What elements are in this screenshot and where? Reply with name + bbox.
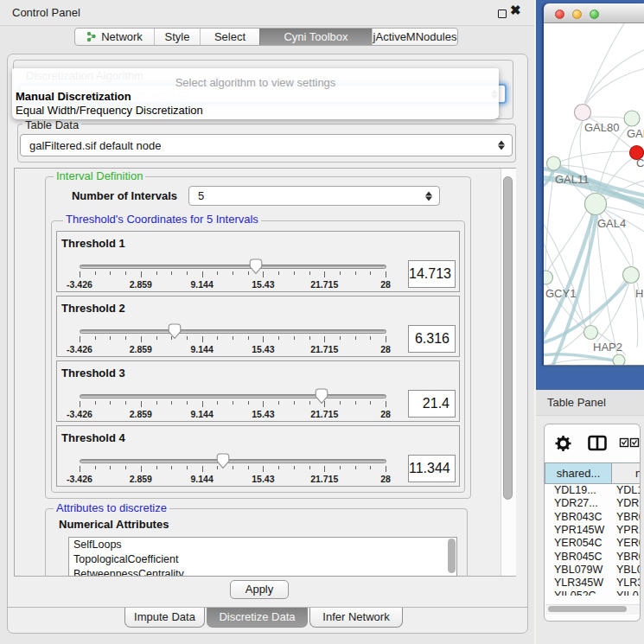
- table-cell: YLR345W: [554, 577, 603, 590]
- bottom-tab-impute-data[interactable]: Impute Data: [124, 608, 205, 628]
- slider-tick: [125, 401, 126, 405]
- slider-track[interactable]: [80, 394, 386, 399]
- table-cell: YBR045C: [554, 551, 603, 564]
- slider-track[interactable]: [80, 329, 386, 334]
- slider-tick-label: 28: [380, 409, 391, 419]
- table-row[interactable]: YER054CYER0...: [545, 537, 641, 550]
- table-cell: YPR1...: [616, 524, 641, 537]
- main-scrollbar-thumb[interactable]: [503, 176, 513, 500]
- threshold-label: Threshold 2: [61, 302, 125, 315]
- window-zoom-button[interactable]: [590, 10, 599, 19]
- table-row[interactable]: YBL079WYBL0...: [545, 564, 641, 577]
- column-header-name[interactable]: n...: [611, 462, 641, 484]
- slider-tick: [80, 271, 80, 277]
- tab-network[interactable]: Network: [75, 29, 154, 45]
- slider-tick-label: 2.859: [130, 344, 152, 354]
- bottom-tab-discretize-data[interactable]: Discretize Data: [207, 608, 308, 628]
- popup-item[interactable]: Select algorithm to view settings: [12, 68, 499, 90]
- table-panel: Table Panel: [536, 390, 644, 644]
- svg-text:GAL11: GAL11: [555, 173, 590, 186]
- slider-track[interactable]: [80, 265, 386, 269]
- network-canvas[interactable]: GAL80GAL4CYC1GAL11GAL4GCY1HIS4HAP2: [544, 23, 644, 366]
- apply-button[interactable]: Apply: [230, 580, 289, 599]
- table-cell: YDL19...: [554, 484, 596, 497]
- slider-tick: [202, 336, 203, 342]
- checkbox-icon: [631, 439, 639, 447]
- table-cell: YER0...: [616, 537, 641, 550]
- window-close-button[interactable]: [555, 10, 564, 19]
- slider-tick: [355, 271, 356, 275]
- slider-tick: [141, 401, 142, 407]
- threshold-row: Threshold 4-3.4262.8599.14415.4321.71528…: [56, 425, 460, 487]
- slider-thumb[interactable]: [215, 453, 231, 469]
- table-row[interactable]: YDR27...YDR2...: [545, 497, 641, 510]
- control-panel-title: Control Panel: [12, 0, 80, 25]
- slider-tick: [202, 401, 203, 407]
- slider-tick: [80, 336, 80, 342]
- slider-tick: [386, 271, 386, 277]
- tab-select[interactable]: Select: [200, 29, 259, 45]
- table-row[interactable]: YLR345WYLR3...: [545, 577, 641, 590]
- slider-tick: [340, 401, 341, 405]
- close-icon[interactable]: ✖: [510, 3, 521, 18]
- slider-tick: [187, 401, 188, 405]
- tab-cyni-toolbox[interactable]: Cyni Toolbox: [259, 29, 372, 45]
- checkbox-icon: [621, 439, 628, 447]
- slider-thumb[interactable]: [167, 323, 182, 340]
- control-panel-titlebar: Control Panel: [0, 0, 536, 26]
- slider-tick: [187, 271, 188, 275]
- table-row[interactable]: YBR043CYBR0...: [545, 511, 641, 524]
- slider-tick-label: 28: [380, 279, 391, 290]
- tab-style[interactable]: Style: [154, 29, 200, 45]
- slider-tick: [187, 466, 188, 469]
- slider-tick-label: 9.144: [190, 474, 213, 484]
- slider-tick: [278, 401, 279, 405]
- table-data-combobox[interactable]: galFiltered.sif default node: [20, 134, 513, 156]
- float-window-icon[interactable]: [498, 10, 507, 18]
- tab-jactivemnodules[interactable]: jActiveMNodules: [372, 29, 457, 45]
- slider-tick: [171, 271, 172, 275]
- bottom-tab-infer-network[interactable]: Infer Network: [309, 608, 403, 628]
- threshold-value-field[interactable]: 11.344: [408, 455, 456, 482]
- slider-tick-label: 21.715: [310, 409, 338, 419]
- slider-tick: [233, 336, 233, 340]
- popup-item[interactable]: Manual Discretization: [12, 90, 499, 104]
- slider-thumb[interactable]: [248, 258, 264, 275]
- table-row[interactable]: YDL19...YDL1...: [545, 484, 641, 497]
- column-header-shared[interactable]: shared...: [545, 462, 612, 484]
- table-hscrollbar-thumb[interactable]: [548, 606, 627, 612]
- node-table: shared... n... YDL19...YDL1...YDR27...YD…: [544, 424, 641, 622]
- table-row[interactable]: YBR045CYBR0...: [545, 551, 641, 564]
- slider-tick-label: -3.426: [67, 409, 92, 419]
- table-row[interactable]: YIL052CYIL0...: [545, 590, 641, 596]
- popup-item[interactable]: Equal Width/Frequency Discretization: [12, 104, 499, 118]
- slider-track[interactable]: [80, 459, 386, 463]
- slider-tick: [324, 336, 325, 342]
- slider-tick: [217, 401, 218, 405]
- svg-text:GAL80: GAL80: [584, 121, 619, 134]
- slider-tick: [248, 401, 249, 405]
- slider-tick-label: 15.43: [252, 279, 274, 290]
- slider-tick-label: 2.859: [130, 409, 152, 419]
- slider-tick: [370, 466, 371, 469]
- slider-tick-label: -3.426: [67, 474, 92, 484]
- number-of-intervals-combobox[interactable]: 5: [188, 186, 440, 206]
- slider-thumb[interactable]: [314, 388, 329, 405]
- slider-tick: [309, 271, 310, 275]
- slider-tick: [95, 401, 96, 405]
- table-rows: YDL19...YDL1...YDR27...YDR2...YBR043CYBR…: [545, 484, 641, 596]
- slider-tick: [309, 466, 310, 469]
- slider-tick: [110, 271, 111, 275]
- slider-tick-label: -3.426: [67, 344, 92, 354]
- slider-tick: [370, 271, 371, 275]
- threshold-value-field[interactable]: 6.316: [408, 325, 456, 353]
- threshold-value-field[interactable]: 14.713: [408, 260, 456, 288]
- threshold-value-field[interactable]: 21.4: [408, 390, 456, 418]
- window-minimize-button[interactable]: [572, 10, 582, 19]
- network-window-titlebar[interactable]: [544, 3, 644, 23]
- svg-text:GCY1: GCY1: [545, 287, 576, 300]
- slider-tick: [95, 271, 96, 275]
- slider-tick: [80, 466, 80, 472]
- slider-tick: [156, 271, 157, 275]
- table-row[interactable]: YPR145WYPR1...: [545, 524, 641, 537]
